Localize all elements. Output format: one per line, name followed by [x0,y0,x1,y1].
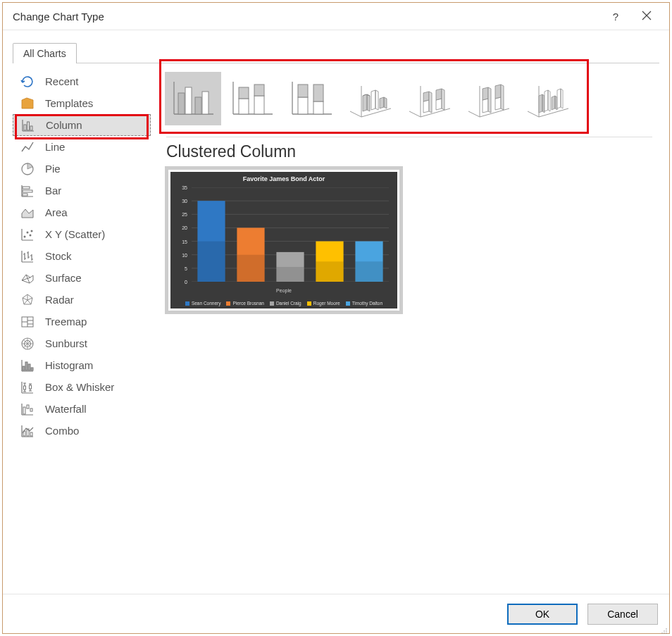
bar-icon [20,183,35,199]
clustered-column-3d-icon [346,77,395,120]
sidebar-item-label: Histogram [45,359,93,371]
column-icon [20,118,36,133]
svg-point-58 [666,630,667,632]
preview-legend: Sean ConneryPierce BrosnanDaniel CraigRo… [170,301,397,306]
svg-rect-17 [31,368,33,370]
sidebar-item-stock[interactable]: Stock [13,245,151,267]
sidebar-item-label: Templates [45,97,93,109]
sidebar-item-histogram[interactable]: Histogram [13,354,151,376]
sidebar-item-label: Recent [45,75,79,87]
sidebar-item-recent[interactable]: Recent [13,70,151,92]
sidebar-item-area[interactable]: Area [13,201,151,223]
resize-grip[interactable] [661,625,668,632]
chart-preview[interactable]: Favorite James Bond Actor 05101520253035… [165,166,403,314]
stock-icon [20,249,35,264]
svg-rect-22 [30,409,32,411]
preview-chart-title: Favorite James Bond Actor [170,172,397,182]
sidebar-item-combo[interactable]: Combo [13,420,151,442]
svg-rect-53 [316,261,343,282]
sidebar-item-label: Line [45,141,65,153]
waterfall-icon [20,401,35,417]
svg-rect-19 [30,385,32,389]
cancel-button[interactable]: Cancel [587,604,658,625]
svg-rect-25 [30,432,32,436]
treemap-icon [20,314,35,330]
svg-rect-36 [313,101,323,114]
sidebar-item-label: Radar [45,294,74,306]
svg-rect-5 [23,190,32,192]
svg-rect-51 [276,267,304,282]
svg-point-59 [661,632,663,634]
svg-rect-33 [254,85,264,96]
sidebar-item-treemap[interactable]: Treemap [13,311,151,332]
svg-rect-30 [239,99,249,114]
sidebar-item-pie[interactable]: Pie [13,158,151,180]
svg-rect-32 [254,96,264,114]
sidebar-item-scatter[interactable]: X Y (Scatter) [13,223,151,245]
svg-point-61 [666,632,667,634]
svg-point-9 [30,234,32,236]
stacked100-column-icon [287,77,336,120]
svg-rect-29 [202,92,209,114]
chart-category-list: Recent Templates Column Line Pie [13,63,151,442]
titlebar: Change Chart Type ? [3,3,669,30]
subtype-title: Clustered Column [166,142,296,161]
sidebar-item-label: X Y (Scatter) [45,228,105,240]
sidebar-item-surface[interactable]: Surface [13,267,151,289]
svg-rect-27 [185,87,192,114]
sidebar-item-waterfall[interactable]: Waterfall [13,398,151,420]
column-subtype-row [156,63,659,132]
subtype-3d-100-stacked-column[interactable] [461,72,517,125]
svg-rect-49 [237,255,264,282]
svg-rect-21 [27,405,29,409]
sidebar-item-label: Surface [45,272,82,284]
subtype-stacked-column[interactable] [224,72,280,125]
sidebar-item-label: Waterfall [45,403,87,415]
subtype-100-stacked-column[interactable] [283,72,340,125]
svg-rect-15 [25,362,27,370]
close-icon [642,11,652,23]
dialog-title: Change Chart Type [13,11,600,23]
help-button[interactable]: ? [600,4,631,29]
clustered-column-icon [168,77,218,120]
sidebar-item-box-whisker[interactable]: Box & Whisker [13,376,151,398]
svg-rect-31 [239,87,249,99]
ok-button[interactable]: OK [507,604,578,625]
sidebar-item-radar[interactable]: Radar [13,289,151,311]
subtype-3d-clustered-column[interactable] [342,72,399,125]
svg-rect-47 [197,242,225,282]
svg-point-57 [664,630,665,632]
tab-all-charts[interactable]: All Charts [13,43,77,63]
sidebar-item-sunburst[interactable]: Sunburst [13,332,151,354]
subtype-3d-column[interactable] [520,72,576,125]
svg-point-8 [27,231,29,233]
area-icon [20,205,35,220]
sidebar-item-label: Box & Whisker [45,381,114,393]
sidebar-item-line[interactable]: Line [13,136,151,158]
sidebar-item-label: Combo [45,425,79,437]
line-icon [20,139,35,155]
histogram-icon [20,358,35,373]
svg-rect-28 [195,97,201,114]
sidebar-item-templates[interactable]: Templates [13,92,151,114]
subtype-clustered-column[interactable] [165,72,221,125]
sidebar-item-column[interactable]: Column [13,114,151,136]
svg-rect-37 [313,85,323,101]
subtype-3d-stacked-column[interactable] [402,72,458,125]
sidebar-item-label: Sunburst [45,337,87,349]
stacked-column-3d-icon [405,77,454,120]
close-button[interactable] [631,4,662,29]
svg-rect-55 [355,261,382,282]
preview-xlabel: People [170,288,397,293]
svg-rect-35 [298,85,308,97]
sidebar-item-label: Column [46,119,82,131]
svg-rect-18 [24,386,26,389]
help-icon: ? [613,11,618,23]
column-3d-icon [523,77,573,120]
combo-icon [20,423,35,439]
sidebar-item-bar[interactable]: Bar [13,180,151,201]
stacked100-column-3d-icon [464,77,514,120]
svg-rect-14 [23,366,25,370]
sidebar-item-label: Stock [45,250,72,262]
sidebar-item-label: Pie [45,163,61,175]
